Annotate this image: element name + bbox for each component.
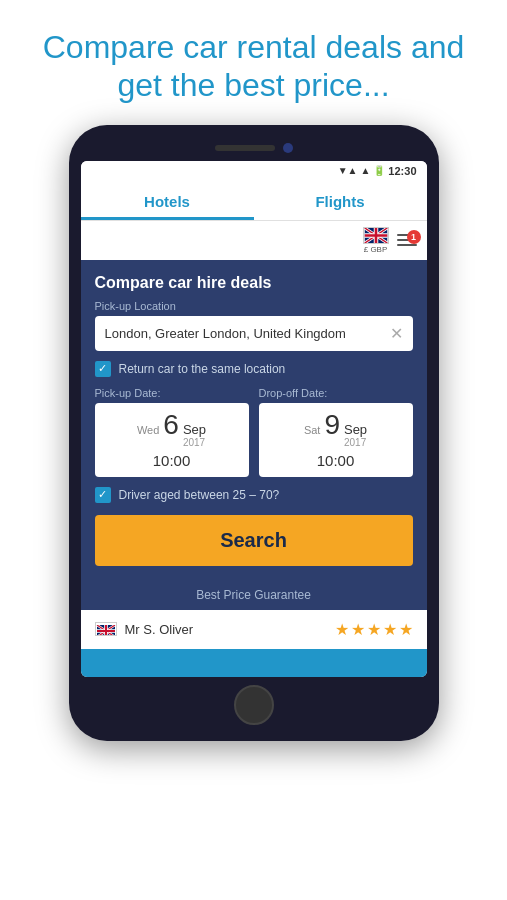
location-input[interactable]: London, Greater London, United Kingdom ✕ (95, 316, 413, 351)
phone-speaker (215, 145, 275, 151)
phone-screen: ▼▲ ▲ 🔋 12:30 Hotels Flights (81, 161, 427, 677)
dropoff-day-row: Sat 9 Sep 2017 (304, 411, 367, 448)
car-hire-section: Compare car hire deals Pick-up Location … (81, 260, 427, 582)
dropoff-month-year: Sep 2017 (344, 422, 367, 448)
pickup-month: Sep (183, 422, 206, 437)
pickup-day-name: Wed (137, 424, 159, 436)
pickup-date-card[interactable]: Wed 6 Sep 2017 10:00 (95, 403, 249, 477)
dropoff-day-name: Sat (304, 424, 321, 436)
driver-age-checkbox[interactable]: ✓ (95, 487, 111, 503)
pickup-year: 2017 (183, 437, 206, 448)
pickup-location-label: Pick-up Location (95, 300, 413, 312)
currency-label: £ GBP (364, 245, 388, 254)
return-same-checkbox[interactable]: ✓ (95, 361, 111, 377)
notification-badge: 1 (407, 230, 421, 244)
best-price-label: Best Price Guarantee (95, 588, 413, 602)
car-hire-title: Compare car hire deals (95, 274, 413, 292)
dropoff-time: 10:00 (317, 452, 355, 469)
phone-shell: ▼▲ ▲ 🔋 12:30 Hotels Flights (69, 125, 439, 741)
dropoff-month: Sep (344, 422, 367, 437)
clear-icon[interactable]: ✕ (390, 324, 403, 343)
wifi-icon: ▲ (360, 165, 370, 176)
status-bar: ▼▲ ▲ 🔋 12:30 (81, 161, 427, 181)
star-4: ★ (383, 620, 397, 639)
checkmark-icon: ✓ (98, 362, 107, 375)
driver-checkmark-icon: ✓ (98, 488, 107, 501)
status-icons: ▼▲ ▲ 🔋 12:30 (338, 165, 417, 177)
return-same-checkbox-row[interactable]: ✓ Return car to the same location (95, 361, 413, 377)
toolbar: £ GBP 1 (81, 221, 427, 260)
dropoff-date-card[interactable]: Sat 9 Sep 2017 10:00 (259, 403, 413, 477)
currency-flag[interactable]: £ GBP (363, 227, 389, 254)
date-labels-row: Pick-up Date: Drop-off Date: (95, 387, 413, 399)
phone-bottom (81, 677, 427, 729)
dropoff-date-label: Drop-off Date: (259, 387, 413, 399)
star-5: ★ (399, 620, 413, 639)
dropoff-year: 2017 (344, 437, 367, 448)
reviewer-info: Mr S. Oliver (95, 622, 194, 637)
uk-flag-icon (363, 227, 389, 244)
search-button[interactable]: Search (95, 515, 413, 566)
review-section: Mr S. Oliver ★ ★ ★ ★ ★ (81, 610, 427, 649)
tab-hotels[interactable]: Hotels (81, 181, 254, 220)
time-display: 12:30 (388, 165, 416, 177)
tab-flights[interactable]: Flights (254, 181, 427, 220)
stars-row: ★ ★ ★ ★ ★ (335, 620, 413, 639)
pickup-day-num: 6 (163, 411, 179, 439)
star-2: ★ (351, 620, 365, 639)
battery-icon: 🔋 (373, 165, 385, 176)
pickup-month-year: Sep 2017 (183, 422, 206, 448)
pickup-date-label: Pick-up Date: (95, 387, 249, 399)
phone-home-button[interactable] (234, 685, 274, 725)
star-1: ★ (335, 620, 349, 639)
hero-title: Compare car rental deals and get the bes… (0, 0, 507, 125)
date-cards-row: Wed 6 Sep 2017 10:00 Sat 9 Sep (95, 403, 413, 477)
driver-age-checkbox-row[interactable]: ✓ Driver aged between 25 – 70? (95, 487, 413, 503)
star-3: ★ (367, 620, 381, 639)
pickup-time: 10:00 (153, 452, 191, 469)
menu-bar-3 (397, 244, 417, 246)
signal-icon: ▼▲ (338, 165, 358, 176)
phone-camera (283, 143, 293, 153)
pickup-day-row: Wed 6 Sep 2017 (137, 411, 206, 448)
review-bar (81, 649, 427, 677)
nav-tabs: Hotels Flights (81, 181, 427, 221)
location-input-text: London, Greater London, United Kingdom (105, 326, 390, 341)
menu-icon[interactable]: 1 (397, 234, 417, 246)
best-price-section: Best Price Guarantee (81, 582, 427, 610)
return-same-label: Return car to the same location (119, 362, 286, 376)
reviewer-flag-icon (95, 622, 117, 636)
dropoff-day-num: 9 (324, 411, 340, 439)
reviewer-name: Mr S. Oliver (125, 622, 194, 637)
phone-top-bar (81, 137, 427, 161)
driver-age-label: Driver aged between 25 – 70? (119, 488, 280, 502)
